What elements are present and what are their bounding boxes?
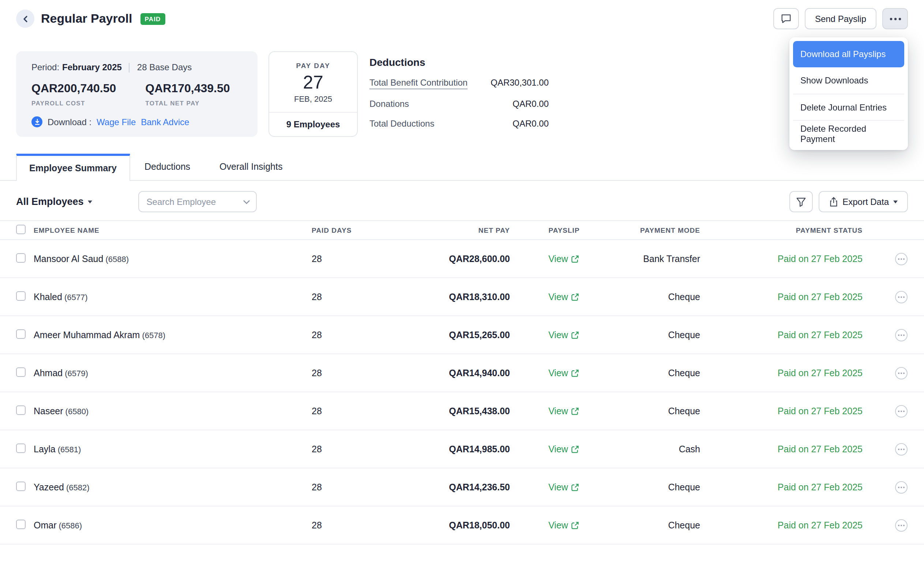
employee-name-cell: Layla(6581) <box>34 444 312 454</box>
payment-mode-cell: Cash <box>618 444 700 454</box>
row-checkbox[interactable] <box>16 253 26 262</box>
tab-overall-insights[interactable]: Overall Insights <box>205 154 297 180</box>
employee-name: Omar <box>34 520 57 530</box>
employee-name: Yazeed <box>34 482 64 492</box>
period-value: February 2025 <box>62 62 122 72</box>
row-actions-button[interactable] <box>895 481 908 494</box>
bank-advice-link[interactable]: Bank Advice <box>141 117 189 127</box>
row-actions-button[interactable] <box>895 252 908 265</box>
employee-name-cell: Mansoor Al Saud(6588) <box>34 254 312 264</box>
deductions-title: Deductions <box>369 56 549 68</box>
paid-days-cell: 28 <box>312 406 388 416</box>
deduction-row: Total Benefit Contribution QAR30,301.00 <box>369 78 549 89</box>
row-actions-button[interactable] <box>895 404 908 418</box>
table-header-row: EMPLOYEE NAME PAID DAYS NET PAY PAYSLIP … <box>0 220 924 240</box>
employee-table: EMPLOYEE NAME PAID DAYS NET PAY PAYSLIP … <box>0 220 924 544</box>
more-actions-button[interactable] <box>882 8 908 29</box>
view-payslip-link[interactable]: View <box>548 292 580 302</box>
payroll-cost-label: PAYROLL COST <box>32 99 116 107</box>
summary-section: Period: February 2025 28 Base Days QAR20… <box>0 51 924 137</box>
tab-employee-summary[interactable]: Employee Summary <box>16 154 130 181</box>
employee-id: (6578) <box>142 331 165 339</box>
send-payslip-label: Send Payslip <box>815 14 866 24</box>
view-payslip-link[interactable]: View <box>548 254 580 264</box>
employee-id: (6581) <box>58 445 81 454</box>
menu-item-delete-journal-entries[interactable]: Delete Journal Entries <box>793 94 904 120</box>
divider <box>129 63 130 72</box>
deduction-label: Donations <box>369 99 409 109</box>
payment-mode-cell: Cheque <box>618 406 700 416</box>
payment-status-cell: Paid on 27 Feb 2025 <box>700 330 862 340</box>
employee-name: Naseer <box>34 406 63 416</box>
net-pay-cell: QAR15,438.00 <box>388 406 510 416</box>
payment-mode-cell: Bank Transfer <box>618 254 700 264</box>
employee-name-cell: Ameer Muhammad Akram(6578) <box>34 330 312 340</box>
menu-item-download-all-payslips[interactable]: Download all Payslips <box>793 41 904 67</box>
table-row: Omar(6586) 28 QAR18,050.00 View Cheque P… <box>0 506 924 544</box>
view-payslip-link[interactable]: View <box>548 444 580 454</box>
row-actions-button[interactable] <box>895 366 908 379</box>
row-actions-button[interactable] <box>895 518 908 532</box>
net-pay-cell: QAR18,050.00 <box>388 520 510 530</box>
export-data-button[interactable]: Export Data <box>818 191 908 212</box>
employee-name: Khaled <box>34 292 62 302</box>
paid-days-cell: 28 <box>312 254 388 264</box>
select-all-checkbox[interactable] <box>16 225 26 234</box>
ellipsis-circle-icon <box>895 252 908 265</box>
deduction-label: Total Deductions <box>369 119 434 129</box>
tab-deductions[interactable]: Deductions <box>130 154 205 180</box>
row-actions-button[interactable] <box>895 328 908 341</box>
menu-item-show-downloads[interactable]: Show Downloads <box>793 67 904 94</box>
base-days: 28 Base Days <box>137 62 192 72</box>
view-payslip-link[interactable]: View <box>548 368 580 378</box>
net-pay-cell: QAR28,600.00 <box>388 254 510 264</box>
row-checkbox[interactable] <box>16 291 26 301</box>
menu-item-delete-recorded-payment[interactable]: Delete Recorded Payment <box>793 120 904 146</box>
row-checkbox[interactable] <box>16 519 26 529</box>
header-payment-status: PAYMENT STATUS <box>700 226 862 234</box>
row-checkbox[interactable] <box>16 405 26 415</box>
payment-status-cell: Paid on 27 Feb 2025 <box>700 254 862 264</box>
row-checkbox[interactable] <box>16 443 26 453</box>
payment-status-cell: Paid on 27 Feb 2025 <box>700 482 862 492</box>
external-link-icon <box>571 521 580 529</box>
row-checkbox[interactable] <box>16 329 26 338</box>
paid-days-cell: 28 <box>312 482 388 492</box>
row-checkbox[interactable] <box>16 481 26 491</box>
filter-button[interactable] <box>789 191 812 212</box>
net-pay-cell: QAR14,985.00 <box>388 444 510 454</box>
ellipsis-icon <box>889 17 901 20</box>
row-actions-button[interactable] <box>895 442 908 455</box>
payment-mode-cell: Cheque <box>618 292 700 302</box>
payment-mode-cell: Cheque <box>618 482 700 492</box>
download-icon <box>32 116 42 127</box>
payment-status-cell: Paid on 27 Feb 2025 <box>700 444 862 454</box>
row-checkbox[interactable] <box>16 367 26 377</box>
table-row: Layla(6581) 28 QAR14,985.00 View Cash Pa… <box>0 430 924 468</box>
ellipsis-circle-icon <box>895 518 908 532</box>
employee-name-cell: Khaled(6577) <box>34 292 312 302</box>
ellipsis-circle-icon <box>895 290 908 304</box>
wage-file-link[interactable]: Wage File <box>97 117 136 127</box>
chevron-down-icon <box>243 200 250 204</box>
employee-filter-label: All Employees <box>16 196 84 207</box>
payment-mode-cell: Cheque <box>618 368 700 378</box>
paid-days-cell: 28 <box>312 520 388 530</box>
view-payslip-link[interactable]: View <box>548 330 580 340</box>
comments-button[interactable] <box>773 8 799 29</box>
export-icon <box>828 197 838 207</box>
external-link-icon <box>571 368 580 377</box>
view-payslip-link[interactable]: View <box>548 520 580 530</box>
view-payslip-link[interactable]: View <box>548 406 580 416</box>
employee-name-cell: Omar(6586) <box>34 520 312 530</box>
view-payslip-link[interactable]: View <box>548 482 580 492</box>
employee-name-cell: Ahmad(6579) <box>34 368 312 378</box>
external-link-icon <box>571 407 580 415</box>
back-button[interactable] <box>16 9 34 28</box>
send-payslip-button[interactable]: Send Payslip <box>805 8 876 29</box>
net-pay-cell: QAR15,265.00 <box>388 330 510 340</box>
deduction-value: QAR30,301.00 <box>490 78 549 89</box>
row-actions-button[interactable] <box>895 290 908 304</box>
search-employee-input[interactable] <box>139 191 257 212</box>
employee-filter-dropdown[interactable]: All Employees <box>16 196 93 207</box>
